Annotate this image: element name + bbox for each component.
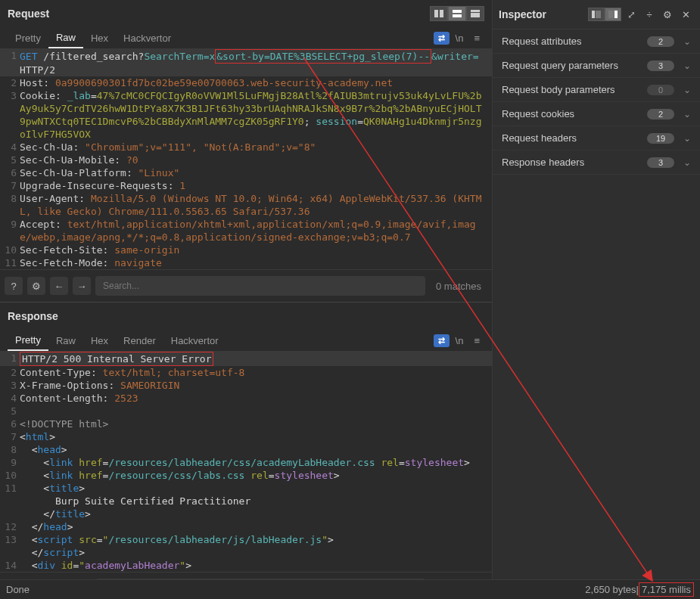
svg-rect-3 xyxy=(453,14,462,17)
inspector-row-2[interactable]: Request body parameters0⌄ xyxy=(493,78,700,102)
tab-raw[interactable]: Raw xyxy=(48,28,83,48)
inspector-row-label: Request query parameters xyxy=(502,60,647,71)
svg-rect-1 xyxy=(440,10,443,17)
request-editor[interactable]: 1GET /filtered_search?SearchTerm=x&sort-… xyxy=(0,49,492,269)
svg-rect-4 xyxy=(471,10,480,12)
count-badge: 3 xyxy=(647,61,674,71)
inspector-row-label: Request cookies xyxy=(502,108,647,119)
chevron-down-icon: ⌄ xyxy=(683,85,691,95)
wrap-toggle[interactable]: \n xyxy=(451,334,468,348)
tab-hex[interactable]: Hex xyxy=(83,331,116,350)
svg-rect-5 xyxy=(471,13,480,17)
svg-rect-2 xyxy=(453,10,462,13)
actions-chip[interactable]: ⇄ xyxy=(434,334,450,347)
collapse-icon[interactable]: ÷ xyxy=(641,7,658,22)
tab-pretty[interactable]: Pretty xyxy=(8,29,48,48)
inspector-row-label: Request attributes xyxy=(502,36,647,47)
prev-match-button[interactable]: ← xyxy=(50,277,68,295)
inspector-row-0[interactable]: Request attributes2⌄ xyxy=(493,29,700,54)
chevron-down-icon: ⌄ xyxy=(683,36,691,47)
layout-left-icon[interactable] xyxy=(588,8,605,21)
inspector-row-1[interactable]: Request query parameters3⌄ xyxy=(493,54,700,78)
actions-chip[interactable]: ⇄ xyxy=(434,32,450,45)
expand-up-icon[interactable]: ⤢ xyxy=(623,7,639,22)
inspector-row-label: Request headers xyxy=(502,132,647,144)
svg-rect-0 xyxy=(434,10,438,17)
request-match-count: 0 matches xyxy=(430,281,487,292)
tab-render[interactable]: Render xyxy=(116,331,163,350)
tab-raw[interactable]: Raw xyxy=(48,331,83,350)
highlighted-status-line: HTTP/2 500 Internal Server Error xyxy=(20,352,213,366)
chevron-down-icon: ⌄ xyxy=(683,157,691,168)
request-layout-toggle[interactable] xyxy=(430,6,484,21)
help-icon[interactable]: ? xyxy=(5,277,23,295)
count-badge: 19 xyxy=(647,133,674,144)
inspector-row-label: Request body parameters xyxy=(502,84,647,95)
highlighted-payload: &sort-by=DATE%3BSELECT+pg_sleep(7)-- xyxy=(215,49,431,64)
chevron-down-icon: ⌄ xyxy=(683,61,691,71)
gear-icon[interactable]: ⚙ xyxy=(659,7,676,22)
layout-right-icon[interactable] xyxy=(605,8,621,21)
layout-vertical-icon[interactable] xyxy=(448,6,466,21)
svg-rect-6 xyxy=(592,11,595,18)
inspector-row-4[interactable]: Request headers19⌄ xyxy=(493,126,700,151)
status-millis: 7,175 millis xyxy=(639,582,694,597)
wrap-toggle[interactable]: \n xyxy=(451,31,468,45)
request-title: Request xyxy=(8,8,49,20)
tab-hackvertor[interactable]: Hackvertor xyxy=(116,29,179,48)
inspector-title: Inspector xyxy=(499,8,585,20)
svg-rect-9 xyxy=(614,11,618,18)
inspector-row-3[interactable]: Request cookies2⌄ xyxy=(493,102,700,126)
http-method: GET xyxy=(20,51,37,62)
tab-hackvertor[interactable]: Hackvertor xyxy=(163,331,226,350)
next-match-button[interactable]: → xyxy=(73,277,91,295)
count-badge: 0 xyxy=(647,85,674,95)
tab-hex[interactable]: Hex xyxy=(83,29,116,48)
gear-icon[interactable]: ⚙ xyxy=(27,277,45,295)
layout-tabs-icon[interactable] xyxy=(466,6,484,21)
inspector-row-5[interactable]: Response headers3⌄ xyxy=(493,151,700,175)
hamburger-icon[interactable]: ≡ xyxy=(469,334,484,348)
layout-horizontal-icon[interactable] xyxy=(430,6,448,21)
svg-rect-8 xyxy=(608,11,614,18)
tab-pretty[interactable]: Pretty xyxy=(8,331,48,351)
inspector-row-label: Response headers xyxy=(502,157,647,168)
response-editor[interactable]: 1HTTP/2 500 Internal Server Error 2Conte… xyxy=(0,352,492,572)
status-bytes: 2,650 bytes xyxy=(585,584,636,595)
status-done: Done xyxy=(6,584,30,595)
hamburger-icon[interactable]: ≡ xyxy=(469,31,484,45)
svg-rect-7 xyxy=(596,11,601,18)
count-badge: 2 xyxy=(647,109,674,119)
chevron-down-icon: ⌄ xyxy=(683,109,691,119)
chevron-down-icon: ⌄ xyxy=(683,133,691,144)
request-search-input[interactable] xyxy=(95,276,425,296)
count-badge: 2 xyxy=(647,36,674,47)
count-badge: 3 xyxy=(647,157,674,168)
close-icon[interactable]: ✕ xyxy=(677,7,694,22)
inspector-layout-toggle[interactable] xyxy=(588,8,621,21)
response-title: Response xyxy=(8,310,58,322)
